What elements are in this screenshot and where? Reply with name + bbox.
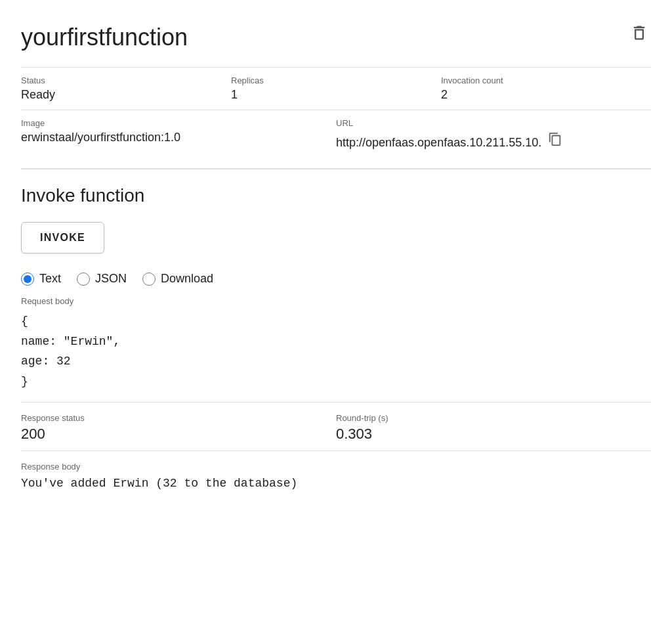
radio-text-label: Text [39, 272, 61, 286]
copy-url-button[interactable] [547, 131, 564, 150]
image-cell: Image erwinstaal/yourfirstfunction:1.0 [21, 118, 336, 150]
copy-icon [548, 132, 562, 146]
delete-button[interactable] [627, 21, 651, 47]
response-body-label: Response body [21, 462, 651, 472]
roundtrip-label: Round-trip (s) [336, 413, 651, 423]
request-body-content: { name: "Erwin", age: 32 } [21, 311, 651, 403]
trash-icon [630, 24, 648, 42]
url-label: URL [336, 118, 651, 128]
status-value: Ready [21, 88, 231, 102]
url-value: http://openfaas.openfaas.10.211.55.10. [336, 136, 541, 150]
request-body-label: Request body [21, 296, 651, 306]
page-title: yourfirstfunction [21, 24, 188, 51]
replicas-cell: Replicas 1 [231, 76, 441, 102]
invoke-section-title: Invoke function [21, 185, 651, 206]
invocation-cell: Invocation count 2 [441, 76, 651, 102]
metrics-grid: Response status 200 Round-trip (s) 0.303 [21, 413, 651, 451]
status-label: Status [21, 76, 231, 85]
radio-text[interactable] [21, 273, 34, 286]
replicas-value: 1 [231, 88, 441, 102]
radio-option-json[interactable]: JSON [77, 272, 127, 286]
radio-option-text[interactable]: Text [21, 272, 61, 286]
section-divider [21, 168, 651, 169]
radio-download-label: Download [161, 272, 213, 286]
radio-json-label: JSON [95, 272, 127, 286]
image-value: erwinstaal/yourfirstfunction:1.0 [21, 131, 336, 144]
response-status-cell: Response status 200 [21, 413, 336, 443]
radio-download[interactable] [142, 273, 156, 286]
radio-json[interactable] [77, 273, 90, 286]
invoke-button[interactable]: INVOKE [21, 222, 104, 253]
response-status-label: Response status [21, 413, 336, 423]
radio-option-download[interactable]: Download [142, 272, 213, 286]
response-body-content: You've added Erwin (32 to the database) [21, 477, 651, 490]
invocation-value: 2 [441, 88, 651, 102]
roundtrip-value: 0.303 [336, 426, 651, 443]
url-cell: URL http://openfaas.openfaas.10.211.55.1… [336, 118, 651, 150]
status-cell: Status Ready [21, 76, 231, 102]
invocation-label: Invocation count [441, 76, 651, 85]
roundtrip-cell: Round-trip (s) 0.303 [336, 413, 651, 443]
response-type-radio-group: Text JSON Download [21, 272, 651, 286]
replicas-label: Replicas [231, 76, 441, 85]
image-label: Image [21, 118, 336, 128]
response-status-value: 200 [21, 426, 336, 443]
